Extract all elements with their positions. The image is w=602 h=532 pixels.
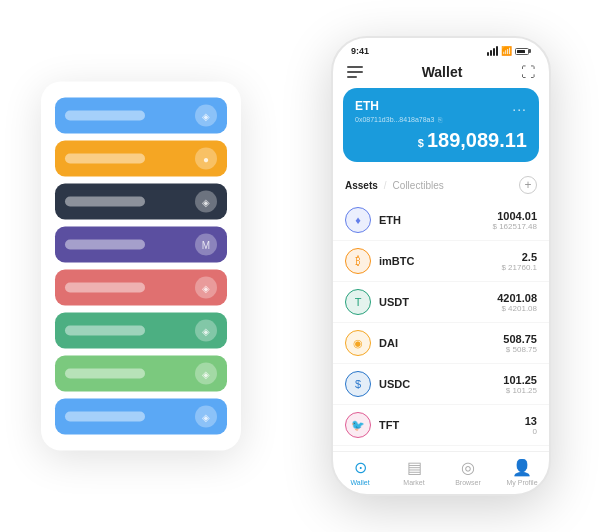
- balance-card-top: ETH ...: [355, 98, 527, 114]
- asset-symbol: USDT: [379, 296, 497, 308]
- asset-symbol: USDC: [379, 378, 503, 390]
- asset-values: 13 0: [525, 415, 537, 436]
- card-icon: ◈: [195, 406, 217, 428]
- wifi-icon: 📶: [501, 46, 512, 56]
- asset-amount: 101.25: [503, 374, 537, 386]
- currency-symbol: $: [418, 137, 424, 149]
- asset-amount: 508.75: [503, 333, 537, 345]
- asset-icon: $: [345, 371, 371, 397]
- status-icons: 📶: [487, 46, 531, 56]
- asset-symbol: TFT: [379, 419, 525, 431]
- card-icon: ◈: [195, 191, 217, 213]
- asset-values: 2.5 $ 21760.1: [501, 251, 537, 272]
- phone-header: Wallet ⛶: [333, 60, 549, 88]
- wallet-card-card-blue[interactable]: ◈: [55, 98, 227, 134]
- balance-menu-dots[interactable]: ...: [512, 98, 527, 114]
- nav-market-icon: ▤: [407, 458, 422, 477]
- add-asset-button[interactable]: +: [519, 176, 537, 194]
- balance-card: ETH ... 0x08711d3b...8418a78a3 ⎘ $189,08…: [343, 88, 539, 162]
- copy-icon[interactable]: ⎘: [438, 116, 442, 123]
- card-icon: ◈: [195, 320, 217, 342]
- asset-row[interactable]: ♦ ETH 1004.01 $ 162517.48: [333, 200, 549, 241]
- nav-profile-label: My Profile: [506, 479, 537, 486]
- asset-amount: 2.5: [501, 251, 537, 263]
- asset-usd: $ 4201.08: [497, 304, 537, 313]
- asset-list: ♦ ETH 1004.01 $ 162517.48 ₿ imBTC 2.5 $ …: [333, 200, 549, 451]
- nav-item-profile[interactable]: 👤 My Profile: [495, 458, 549, 486]
- menu-icon[interactable]: [347, 66, 363, 78]
- balance-amount: $189,089.11: [355, 129, 527, 152]
- nav-wallet-label: Wallet: [350, 479, 369, 486]
- wallet-card-card-lightblue[interactable]: ◈: [55, 399, 227, 435]
- nav-item-browser[interactable]: ◎ Browser: [441, 458, 495, 486]
- asset-amount: 13: [525, 415, 537, 427]
- asset-usd: $ 508.75: [503, 345, 537, 354]
- balance-coin: ETH: [355, 99, 379, 113]
- card-icon: M: [195, 234, 217, 256]
- card-icon: ◈: [195, 105, 217, 127]
- asset-row[interactable]: $ USDC 101.25 $ 101.25: [333, 364, 549, 405]
- card-label: [65, 197, 145, 207]
- card-label: [65, 412, 145, 422]
- asset-amount: 1004.01: [493, 210, 538, 222]
- asset-values: 101.25 $ 101.25: [503, 374, 537, 395]
- wallet-card-card-lightgreen[interactable]: ◈: [55, 356, 227, 392]
- asset-usd: $ 21760.1: [501, 263, 537, 272]
- card-label: [65, 326, 145, 336]
- asset-values: 1004.01 $ 162517.48: [493, 210, 538, 231]
- asset-values: 4201.08 $ 4201.08: [497, 292, 537, 313]
- nav-browser-icon: ◎: [461, 458, 475, 477]
- asset-values: 508.75 $ 508.75: [503, 333, 537, 354]
- nav-market-label: Market: [403, 479, 424, 486]
- card-label: [65, 240, 145, 250]
- assets-tabs: Assets / Collectibles: [345, 180, 444, 191]
- nav-item-market[interactable]: ▤ Market: [387, 458, 441, 486]
- asset-icon: 🐦: [345, 412, 371, 438]
- asset-symbol: ETH: [379, 214, 493, 226]
- asset-usd: 0: [525, 427, 537, 436]
- scene: ◈ ● ◈ M ◈ ◈ ◈ ◈ 9:41: [21, 21, 581, 511]
- asset-row[interactable]: ₿ imBTC 2.5 $ 21760.1: [333, 241, 549, 282]
- asset-row[interactable]: ◉ DAI 508.75 $ 508.75: [333, 323, 549, 364]
- tab-separator: /: [384, 180, 387, 191]
- asset-amount: 4201.08: [497, 292, 537, 304]
- expand-icon[interactable]: ⛶: [521, 64, 535, 80]
- asset-icon: ♦: [345, 207, 371, 233]
- card-label: [65, 369, 145, 379]
- battery-icon: [515, 48, 531, 55]
- asset-usd: $ 162517.48: [493, 222, 538, 231]
- tab-assets[interactable]: Assets: [345, 180, 378, 191]
- back-panel: ◈ ● ◈ M ◈ ◈ ◈ ◈: [41, 82, 241, 451]
- asset-usd: $ 101.25: [503, 386, 537, 395]
- card-icon: ●: [195, 148, 217, 170]
- page-title: Wallet: [422, 64, 463, 80]
- phone-mockup: 9:41 📶 Walle: [331, 36, 551, 496]
- time-display: 9:41: [351, 46, 369, 56]
- status-bar: 9:41 📶: [333, 38, 549, 60]
- wallet-card-card-red[interactable]: ◈: [55, 270, 227, 306]
- asset-icon: ₿: [345, 248, 371, 274]
- nav-profile-icon: 👤: [512, 458, 532, 477]
- card-label: [65, 283, 145, 293]
- nav-browser-label: Browser: [455, 479, 481, 486]
- asset-icon: T: [345, 289, 371, 315]
- card-label: [65, 154, 145, 164]
- signal-icon: [487, 46, 498, 56]
- nav-wallet-icon: ⊙: [354, 458, 367, 477]
- tab-collectibles[interactable]: Collectibles: [393, 180, 444, 191]
- card-icon: ◈: [195, 277, 217, 299]
- asset-row[interactable]: 🐦 TFT 13 0: [333, 405, 549, 446]
- card-icon: ◈: [195, 363, 217, 385]
- asset-icon: ◉: [345, 330, 371, 356]
- asset-symbol: DAI: [379, 337, 503, 349]
- card-label: [65, 111, 145, 121]
- bottom-nav: ⊙ Wallet ▤ Market ◎ Browser 👤 My Profile: [333, 451, 549, 494]
- nav-item-wallet[interactable]: ⊙ Wallet: [333, 458, 387, 486]
- assets-header: Assets / Collectibles +: [333, 172, 549, 200]
- asset-symbol: imBTC: [379, 255, 501, 267]
- wallet-card-card-green[interactable]: ◈: [55, 313, 227, 349]
- wallet-card-card-dark[interactable]: ◈: [55, 184, 227, 220]
- wallet-card-card-orange[interactable]: ●: [55, 141, 227, 177]
- wallet-card-card-purple[interactable]: M: [55, 227, 227, 263]
- asset-row[interactable]: T USDT 4201.08 $ 4201.08: [333, 282, 549, 323]
